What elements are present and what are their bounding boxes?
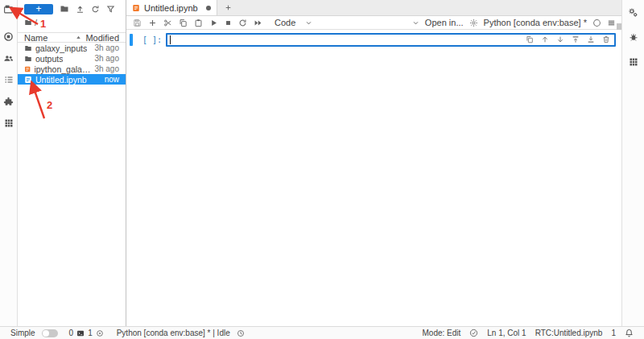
copy-button[interactable] (178, 19, 188, 27)
list-icon (4, 75, 14, 85)
upload-icon[interactable] (76, 5, 85, 14)
breadcrumb[interactable]: / (18, 15, 126, 27)
status-bar-left: Simple 0 1 Python [conda env:base] * | I… (10, 329, 245, 337)
plus-icon (225, 4, 232, 11)
file-list-header: Name Modified (18, 32, 126, 43)
move-cell-down-icon[interactable] (556, 35, 564, 43)
restart-icon (238, 19, 247, 27)
mode-indicator: Mode: Edit (423, 329, 461, 337)
toolbar-right-group: Open in... Python [conda env:base] * (412, 18, 616, 27)
property-inspector-tab[interactable] (628, 5, 638, 19)
toggle-knob (43, 330, 49, 337)
sort-ascending-icon (75, 34, 82, 41)
refresh-icon[interactable] (91, 5, 100, 14)
terminal-icon (76, 329, 85, 337)
open-in-button[interactable]: Open in... (425, 18, 464, 27)
bug-icon (629, 32, 638, 42)
kernel-status-text[interactable]: Python [conda env:base] * | Idle (117, 329, 230, 337)
debugger-tab[interactable] (629, 30, 638, 44)
home-folder-icon (24, 19, 32, 27)
filter-icon[interactable] (106, 5, 115, 14)
file-row-ipython-galaxy[interactable]: ipython_galaxy_... 3h ago (18, 64, 126, 74)
restart-run-all-button[interactable] (253, 19, 263, 27)
stop-circle-icon (3, 31, 14, 42)
bell-icon[interactable] (625, 329, 634, 337)
notebook-content: [ ]: (126, 33, 621, 329)
clock-icon (237, 329, 245, 337)
new-tab-button[interactable] (217, 0, 238, 15)
new-launcher-button[interactable]: + (24, 4, 53, 14)
hamburger-menu-icon[interactable] (607, 19, 616, 27)
simple-mode-toggle[interactable] (42, 329, 58, 337)
insert-cell-above-icon[interactable] (572, 35, 580, 43)
restart-kernel-button[interactable] (237, 19, 248, 27)
notebook-icon (24, 76, 32, 84)
interrupt-button[interactable] (224, 19, 233, 27)
cell-collapser[interactable] (130, 34, 133, 46)
file-row-galaxy-inputs[interactable]: galaxy_inputs 3h ago (18, 43, 126, 53)
gear-icon[interactable] (469, 19, 478, 27)
left-activity-bar (0, 0, 18, 326)
move-cell-up-icon[interactable] (541, 35, 549, 43)
plus-icon (148, 19, 157, 27)
collaboration-tab[interactable] (0, 50, 18, 66)
notebook-icon (24, 65, 31, 73)
clipboard-icon (194, 19, 203, 27)
cell-input-prompt: [ ]: (142, 35, 162, 44)
check-circle-icon (469, 329, 478, 337)
notification-count: 1 (611, 329, 616, 337)
file-row-outputs[interactable]: outputs 3h ago (18, 53, 126, 64)
insert-cell-below-icon[interactable] (587, 35, 595, 43)
right-activity-bar (621, 0, 644, 326)
play-icon (209, 19, 218, 27)
tab-bar: Untitled.ipynb (126, 0, 621, 16)
stop-icon (225, 19, 232, 27)
cut-button[interactable] (163, 19, 173, 27)
cell-type-select[interactable]: Code (275, 18, 312, 27)
status-bar: Simple 0 1 Python [conda env:base] * | I… (0, 326, 644, 339)
sessions-counts[interactable]: 0 1 (69, 329, 104, 337)
kernel-icon (96, 329, 104, 337)
main-dock-panel: Untitled.ipynb Code Open in... Python [c… (126, 0, 621, 326)
new-folder-icon[interactable] (60, 4, 69, 14)
kernel-name-button[interactable]: Python [conda env:base] * (484, 18, 587, 27)
file-browser-panel: + / Name Modified galaxy_inputs 3h ago o… (18, 0, 126, 326)
notebook-toolbar: Code Open in... Python [conda env:base] … (126, 16, 621, 30)
code-cell: [ ]: (126, 33, 621, 47)
column-modified[interactable]: Modified (85, 33, 119, 43)
rtc-indicator: RTC:Untitled.ipynb (535, 329, 603, 337)
grid-icon (4, 118, 14, 128)
insert-cell-button[interactable] (147, 19, 158, 27)
cell-editor[interactable] (166, 33, 616, 47)
tab-untitled-ipynb[interactable]: Untitled.ipynb (126, 0, 217, 15)
file-browser-toolbar: + (18, 0, 126, 15)
table-of-contents-tab[interactable] (0, 72, 18, 88)
run-button[interactable] (208, 19, 219, 27)
extension-manager-tab[interactable] (0, 93, 18, 110)
chevron-down-icon (305, 19, 312, 27)
folder-icon (24, 55, 32, 63)
paste-button[interactable] (193, 19, 204, 27)
file-row-untitled-selected[interactable]: Untitled.ipynb now (18, 74, 126, 85)
text-cursor (170, 35, 171, 44)
cell-toolbar (526, 35, 610, 43)
users-icon (3, 53, 14, 64)
notebook-icon (132, 4, 140, 12)
galaxy-tab-right[interactable] (629, 55, 638, 69)
duplicate-cell-icon[interactable] (526, 35, 534, 43)
breadcrumb-root: / (35, 18, 37, 27)
running-sessions-tab[interactable] (0, 28, 18, 44)
cursor-position[interactable]: Ln 1, Col 1 (487, 329, 526, 337)
folder-tab-icon (3, 4, 14, 14)
galaxy-tab[interactable] (0, 115, 18, 131)
save-button[interactable] (132, 19, 142, 27)
file-browser-tab[interactable] (0, 1, 18, 17)
delete-cell-icon[interactable] (602, 35, 610, 43)
grid-icon (629, 57, 638, 67)
scissors-icon (163, 19, 172, 27)
gears-icon (628, 7, 638, 18)
file-list: galaxy_inputs 3h ago outputs 3h ago ipyt… (18, 43, 126, 85)
folder-icon (24, 44, 32, 52)
puzzle-icon (3, 97, 14, 107)
column-name[interactable]: Name (24, 33, 85, 43)
